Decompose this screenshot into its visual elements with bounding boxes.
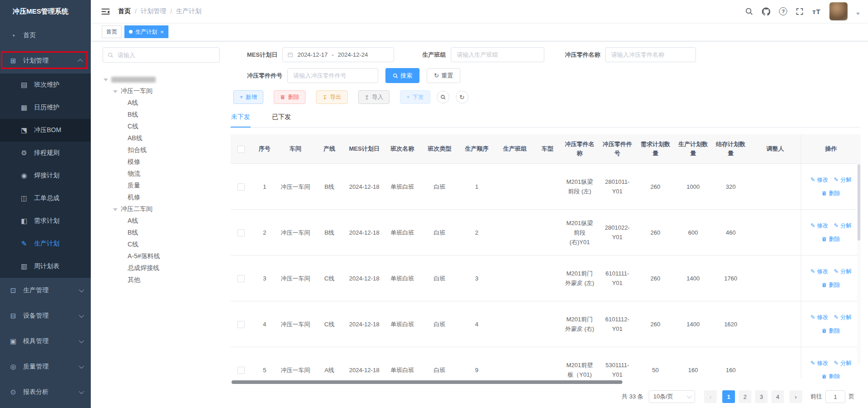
action-删除[interactable]: 删除 <box>822 326 840 336</box>
sidebar-item-calendar-maintenance[interactable]: ▦日历维护 <box>0 96 91 119</box>
row-checkbox[interactable] <box>237 229 245 236</box>
sidebar-item-shift-maintenance[interactable]: ▤班次维护 <box>0 74 91 96</box>
breadcrumb-item[interactable]: 计划管理 <box>141 7 166 15</box>
row-checkbox[interactable] <box>237 183 245 191</box>
action-分解[interactable]: ✎分解 <box>833 175 851 185</box>
calendar-icon: ▦ <box>20 103 28 112</box>
page-size-select[interactable]: 10条/页 <box>649 390 695 403</box>
sidebar-item-production-management[interactable]: ⊡生产管理 <box>0 278 91 303</box>
horizontal-scroll-thumb[interactable] <box>232 380 622 384</box>
tree-node[interactable]: A-5#落料线 <box>103 251 220 262</box>
sidebar-item-mold-management[interactable]: ▣模具管理 <box>0 329 91 354</box>
sidebar-item-plan-management[interactable]: ⊞计划管理 <box>0 48 91 74</box>
tag-生产计划[interactable]: 生产计划× <box>124 25 168 38</box>
dispatch-button[interactable]: +下发 <box>400 90 430 104</box>
action-删除[interactable]: 删除 <box>822 235 840 244</box>
search-button[interactable]: 搜索 <box>385 68 419 83</box>
user-dropdown-caret-icon[interactable] <box>856 13 860 17</box>
action-修改[interactable]: ✎修改 <box>810 175 828 185</box>
tag-首页[interactable]: 首页 <box>102 25 122 38</box>
tree-node[interactable] <box>103 74 220 85</box>
sidebar-collapse-button[interactable] <box>101 6 111 16</box>
sidebar-item-home[interactable]: ◔首页 <box>0 23 91 48</box>
tree-node[interactable]: 机修 <box>103 192 220 203</box>
help-icon[interactable]: ? <box>779 7 787 15</box>
tree-node[interactable]: 总成焊接线 <box>103 262 220 274</box>
action-分解[interactable]: ✎分解 <box>833 359 851 368</box>
tree-node[interactable]: C线 <box>103 121 220 133</box>
tree-node[interactable]: 冲压二车间 <box>103 203 220 215</box>
tab-已下发[interactable]: 已下发 <box>271 111 291 127</box>
action-修改[interactable]: ✎修改 <box>810 267 828 276</box>
action-删除[interactable]: 删除 <box>822 280 840 290</box>
tree-node[interactable]: 质量 <box>103 180 220 192</box>
tree-node[interactable]: C线 <box>103 239 220 251</box>
sidebar-item-work-order-assembly[interactable]: ◫工单总成 <box>0 187 91 210</box>
avatar[interactable] <box>829 2 848 20</box>
tree-node[interactable]: B线 <box>103 109 220 121</box>
tree-node[interactable]: AB线 <box>103 133 220 144</box>
refresh-button[interactable]: ↻ <box>456 91 469 103</box>
sidebar-item-stamping-bom[interactable]: ⬔冲压BOM <box>0 119 91 142</box>
breadcrumb-item[interactable]: 首页 <box>118 7 131 15</box>
export-button[interactable]: ↧导出 <box>316 90 347 104</box>
tree-expand-caret-icon[interactable] <box>104 79 108 84</box>
sidebar-item-weekly-plan[interactable]: ▥周计划表 <box>0 255 91 278</box>
sidebar-item-report-analysis[interactable]: ⊙报表分析 <box>0 379 91 405</box>
tree-node[interactable]: A线 <box>103 97 220 109</box>
import-button[interactable]: ↥导入 <box>358 90 390 104</box>
mes-date-range-picker[interactable]: 2024-12-17 - 2024-12-24 <box>282 47 394 62</box>
action-修改[interactable]: ✎修改 <box>810 313 828 322</box>
sidebar-item-demand-plan[interactable]: ◧需求计划 <box>0 210 91 232</box>
reset-button[interactable]: ↻ 重置 <box>427 68 460 83</box>
tree-node[interactable]: A线 <box>103 215 220 227</box>
action-分解[interactable]: ✎分解 <box>833 267 851 276</box>
sidebar-item-welding-plan[interactable]: ◉焊接计划 <box>0 164 91 187</box>
select-all-checkbox[interactable] <box>237 146 245 153</box>
row-checkbox[interactable] <box>237 275 245 282</box>
font-size-icon[interactable]: тT <box>812 8 821 15</box>
tree-node[interactable]: 模修 <box>103 156 220 168</box>
page-button-2[interactable]: 2 <box>739 390 751 403</box>
github-icon[interactable] <box>762 7 770 16</box>
goto-page-input[interactable] <box>825 390 845 403</box>
fullscreen-icon[interactable] <box>796 8 804 15</box>
action-分解[interactable]: ✎分解 <box>833 313 851 322</box>
tree-node[interactable]: 其他 <box>103 274 220 286</box>
page-button-4[interactable]: 4 <box>771 390 784 403</box>
part-no-input[interactable] <box>287 68 378 83</box>
tab-未下发[interactable]: 未下发 <box>231 111 251 127</box>
sidebar-item-scheduling-rules[interactable]: ⚙排程规则 <box>0 142 91 164</box>
vertical-scroll-thumb[interactable] <box>858 164 860 241</box>
page-button-3[interactable]: 3 <box>755 390 768 403</box>
table-vertical-scrollbar[interactable] <box>857 163 861 365</box>
delete-button[interactable]: 删除 <box>274 90 306 104</box>
action-删除[interactable]: 删除 <box>822 189 840 198</box>
row-checkbox[interactable] <box>237 321 245 328</box>
tree-node[interactable]: B线 <box>103 227 220 239</box>
team-input[interactable] <box>451 47 544 62</box>
search-icon[interactable] <box>745 7 753 15</box>
sidebar-item-production-plan[interactable]: ✎生产计划 <box>0 232 91 255</box>
tree-search-input[interactable] <box>117 51 215 59</box>
tree-expand-caret-icon[interactable] <box>113 90 118 95</box>
tree-expand-caret-icon[interactable] <box>113 208 118 213</box>
row-checkbox[interactable] <box>237 367 245 374</box>
tree-node[interactable]: 冲压一车间 <box>103 85 220 97</box>
tree-node[interactable]: 扣合线 <box>103 144 220 156</box>
tree-node[interactable]: 物流 <box>103 168 220 180</box>
next-page-button[interactable]: › <box>789 390 802 403</box>
action-分解[interactable]: ✎分解 <box>833 221 851 231</box>
action-修改[interactable]: ✎修改 <box>810 359 828 368</box>
row-select-cell <box>231 347 252 379</box>
page-button-1[interactable]: 1 <box>722 390 735 403</box>
sidebar-item-quality-management[interactable]: ◎质量管理 <box>0 354 91 379</box>
action-删除[interactable]: 删除 <box>822 372 840 379</box>
sidebar-item-equipment-management[interactable]: ⊟设备管理 <box>0 303 91 329</box>
action-修改[interactable]: ✎修改 <box>810 221 828 231</box>
close-icon[interactable]: × <box>160 29 164 35</box>
part-name-input[interactable] <box>605 47 696 62</box>
column-search-button[interactable] <box>437 91 449 103</box>
add-button[interactable]: +新增 <box>233 90 263 104</box>
prev-page-button[interactable]: ‹ <box>704 390 717 403</box>
